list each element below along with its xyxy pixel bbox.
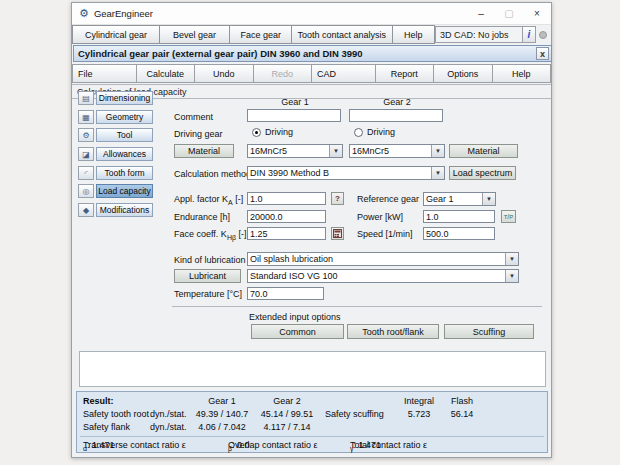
extended-options-label: Extended input options xyxy=(249,312,341,322)
overlap-contact-ratio: Overlap contact ratio εβ: 0.0 xyxy=(228,440,232,452)
reference-gear-label: Reference gear xyxy=(357,194,419,204)
sidebar-button-dimensioning[interactable]: Dimensioning xyxy=(96,91,153,105)
lubricant-dropdown[interactable]: Standard ISO VG 100 ▼ xyxy=(247,269,519,283)
lubrication-value: Oil splash lubrication xyxy=(248,253,505,265)
app-icon: ⚙ xyxy=(79,8,89,19)
sidebar-button-tool[interactable]: Tool xyxy=(96,128,153,142)
cad-status-led xyxy=(539,31,547,39)
endurance-label: Endurance [h] xyxy=(174,212,230,222)
material-gear1-value: 16MnCr5 xyxy=(248,145,329,157)
sidebar-button-geometry[interactable]: Geometry xyxy=(96,110,153,124)
chevron-down-icon[interactable]: ▼ xyxy=(505,270,518,282)
menu-options[interactable]: Options xyxy=(434,64,493,83)
comment-label: Comment xyxy=(174,112,213,122)
tab-face-gear[interactable]: Face gear xyxy=(230,25,292,44)
results-col-integral: Integral xyxy=(395,396,443,406)
material-gear2-dropdown[interactable]: 16MnCr5 ▼ xyxy=(349,144,445,158)
torque-power-toggle-icon[interactable]: T/P xyxy=(501,210,516,223)
minimize-button[interactable]: – xyxy=(467,3,495,24)
lubrication-label: Kind of lubrication xyxy=(174,255,246,265)
calculation-method-dropdown[interactable]: DIN 3990 Method B ▼ xyxy=(247,166,445,180)
result-value: 4.117 / 7.14 xyxy=(252,422,322,432)
chevron-down-icon[interactable]: ▼ xyxy=(431,167,444,179)
chevron-down-icon[interactable]: ▼ xyxy=(505,253,518,265)
divider xyxy=(80,436,544,437)
comment-gear1-input[interactable] xyxy=(247,109,341,122)
result-value: 49.39 / 140.7 xyxy=(187,409,257,419)
result-row-mode: dyn./stat. xyxy=(150,409,187,419)
allowances-icon[interactable]: ◪ xyxy=(78,147,94,161)
results-col-gear2: Gear 2 xyxy=(252,396,322,406)
lubrication-dropdown[interactable]: Oil splash lubrication ▼ xyxy=(247,252,519,266)
sidebar-button-allowances[interactable]: Allowances xyxy=(96,147,153,161)
sidebar-item-load-capacity: ◎ Load capacity xyxy=(78,184,153,198)
tool-icon[interactable]: ⚙ xyxy=(78,128,94,142)
scuffing-button[interactable]: Scuffing xyxy=(444,324,534,339)
radio-off-icon xyxy=(354,128,363,137)
speed-input[interactable] xyxy=(423,227,495,240)
tooth-root-flank-button[interactable]: Tooth root/flank xyxy=(347,324,439,339)
load-spectrum-button[interactable]: Load spectrum xyxy=(449,166,516,180)
desktop: ⚙ GearEngineer – ▢ × Cylindrical gear Be… xyxy=(0,0,620,465)
geometry-icon[interactable]: ▦ xyxy=(78,110,94,124)
material-button-gear2[interactable]: Material xyxy=(449,144,518,158)
menu-report[interactable]: Report xyxy=(376,64,435,83)
sidebar-item-geometry: ▦ Geometry xyxy=(78,110,153,124)
sidebar-button-tooth-form[interactable]: Tooth form xyxy=(96,166,153,180)
calculation-method-value: DIN 3990 Method B xyxy=(248,167,431,179)
lubricant-button[interactable]: Lubricant xyxy=(174,269,241,283)
sidebar-item-dimensioning: ▤ Dimensioning xyxy=(78,91,153,105)
gear1-column-header: Gear 1 xyxy=(247,97,343,107)
material-button-gear1[interactable]: Material xyxy=(174,144,234,158)
endurance-input[interactable] xyxy=(247,210,326,223)
temperature-input[interactable] xyxy=(247,287,324,300)
result-value: 56.14 xyxy=(439,409,485,419)
document-close-icon[interactable]: x xyxy=(536,47,549,60)
appl-factor-label: Appl. factor KA [-] xyxy=(174,194,243,206)
chevron-down-icon[interactable]: ▼ xyxy=(431,145,444,157)
driving-gear1-radio-label: Driving xyxy=(265,127,293,137)
reference-gear-value: Gear 1 xyxy=(424,193,482,205)
app-window: ⚙ GearEngineer – ▢ × Cylindrical gear Be… xyxy=(71,2,552,458)
dimensioning-icon[interactable]: ▤ xyxy=(78,91,94,105)
load-capacity-icon[interactable]: ◎ xyxy=(78,184,94,198)
reference-gear-dropdown[interactable]: Gear 1 ▼ xyxy=(423,192,496,206)
menu-file[interactable]: File xyxy=(72,64,137,83)
face-coeff-input[interactable] xyxy=(247,227,326,240)
modifications-icon[interactable]: ◆ xyxy=(78,203,94,217)
power-input[interactable] xyxy=(423,210,495,223)
calculator-icon[interactable] xyxy=(331,227,344,240)
temperature-label: Temperature [°C] xyxy=(174,289,242,299)
power-label: Power [kW] xyxy=(357,212,403,222)
menu-undo[interactable]: Undo xyxy=(195,64,254,83)
tooth-form-icon[interactable]: ◜ xyxy=(78,166,94,180)
sidebar-button-modifications[interactable]: Modifications xyxy=(96,203,153,217)
tab-tooth-contact-analysis[interactable]: Tooth contact analysis xyxy=(292,25,392,44)
common-button[interactable]: Common xyxy=(251,324,344,339)
material-gear1-dropdown[interactable]: 16MnCr5 ▼ xyxy=(247,144,343,158)
chevron-down-icon[interactable]: ▼ xyxy=(329,145,342,157)
safety-scuffing-label: Safety scuffing xyxy=(325,409,384,419)
sidebar-button-load-capacity[interactable]: Load capacity xyxy=(96,184,153,198)
driving-gear2-radio[interactable]: Driving xyxy=(354,127,395,137)
appl-factor-input[interactable] xyxy=(247,192,326,205)
window-title: GearEngineer xyxy=(94,8,153,19)
help-icon[interactable]: ? xyxy=(331,192,344,205)
document-title: Cylindrical gear pair (external gear pai… xyxy=(74,48,363,59)
menu-bar: File Calculate Undo Redo CAD Report Opti… xyxy=(72,64,551,83)
tab-help[interactable]: Help xyxy=(393,25,435,44)
close-button[interactable]: × xyxy=(523,3,551,24)
chevron-down-icon[interactable]: ▼ xyxy=(482,193,495,205)
tab-bevel-gear[interactable]: Bevel gear xyxy=(160,25,230,44)
menu-cad[interactable]: CAD xyxy=(312,64,376,83)
menu-help[interactable]: Help xyxy=(493,64,552,83)
comment-gear2-input[interactable] xyxy=(349,109,443,122)
maximize-button[interactable]: ▢ xyxy=(495,3,523,24)
tab-cylindrical-gear[interactable]: Cylindrical gear xyxy=(72,25,160,44)
result-row-name: Safety tooth root xyxy=(83,409,149,419)
sidebar-item-allowances: ◪ Allowances xyxy=(78,147,153,161)
result-row-mode: dyn./stat. xyxy=(150,422,187,432)
menu-calculate[interactable]: Calculate xyxy=(137,64,196,83)
info-icon[interactable]: i xyxy=(523,26,536,43)
driving-gear1-radio[interactable]: Driving xyxy=(252,127,293,137)
